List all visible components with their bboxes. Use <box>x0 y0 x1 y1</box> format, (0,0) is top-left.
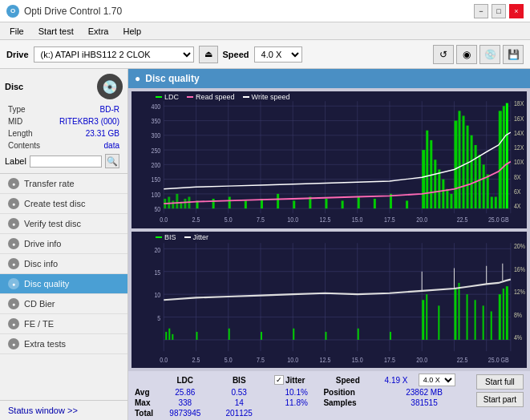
svg-rect-81 <box>471 135 473 208</box>
length-label: Length <box>6 128 47 139</box>
ldc-legend-label: LDC <box>164 93 179 101</box>
disc-info-table: Type BD-R MID RITEKBR3 (000) Length 23.3… <box>5 103 123 152</box>
svg-rect-80 <box>467 126 469 209</box>
bis-total: 201125 <box>213 408 265 418</box>
nav-label-extra-tests: Extra tests <box>24 339 66 349</box>
svg-rect-57 <box>229 197 231 209</box>
svg-rect-50 <box>172 200 174 208</box>
svg-text:4X: 4X <box>514 203 521 211</box>
svg-text:18X: 18X <box>514 100 524 108</box>
svg-rect-144 <box>467 294 468 340</box>
nav-item-disc-quality[interactable]: ●Disc quality <box>0 274 127 294</box>
svg-rect-149 <box>503 289 504 340</box>
nav-item-drive-info[interactable]: ●Drive info <box>0 234 127 254</box>
menu-help[interactable]: Help <box>116 25 148 38</box>
disc-visual: 💿 <box>97 74 123 99</box>
nav-icon-verify-test-disc: ● <box>8 218 19 229</box>
speed-select[interactable]: 4.0 X <box>254 46 302 63</box>
nav-item-disc-info[interactable]: ●Disc info <box>0 254 127 274</box>
bis-chart-svg: 20 15 10 5 20% 16% 12% 8% 4% 0.0 2.5 5.0… <box>131 232 527 369</box>
position-label: Position <box>320 387 375 398</box>
svg-rect-78 <box>458 111 460 208</box>
write-speed-legend-label: Write speed <box>252 93 290 101</box>
svg-rect-61 <box>293 200 295 208</box>
action-buttons: Start full Start part <box>473 373 527 418</box>
menu-start-test[interactable]: Start test <box>32 25 80 38</box>
speed-label: Speed <box>223 50 249 59</box>
menubar: File Start test Extra Help <box>0 22 530 40</box>
status-window-button[interactable]: Status window >> <box>0 400 127 420</box>
svg-text:2.5: 2.5 <box>192 355 200 365</box>
disc-header: Disc 💿 <box>5 74 123 99</box>
start-part-button[interactable]: Start part <box>476 392 524 407</box>
maximize-button[interactable]: □ <box>492 4 506 18</box>
svg-rect-74 <box>442 180 444 209</box>
svg-rect-131 <box>172 333 173 339</box>
jitter-avg: 10.1% <box>273 387 320 398</box>
speed-select-stats[interactable]: 4.0 X <box>419 374 455 386</box>
speed-header: Speed <box>320 373 375 387</box>
mid-label: MID <box>6 116 47 127</box>
bis-legend-label: BIS <box>164 233 176 241</box>
menu-file[interactable]: File <box>3 25 30 38</box>
jitter-checkbox[interactable]: ✓ <box>274 375 284 385</box>
svg-text:4%: 4% <box>514 332 522 341</box>
eject-button[interactable]: ⏏ <box>199 46 218 63</box>
svg-text:22.5: 22.5 <box>457 216 468 224</box>
nav-icon-extra-tests: ● <box>8 338 19 349</box>
jitter-legend-label: Jitter <box>193 233 209 241</box>
minimize-button[interactable]: − <box>474 4 488 18</box>
disc-label-row: Label 🔍 <box>5 154 123 168</box>
disc-icon[interactable]: 💿 <box>479 45 500 64</box>
svg-text:12%: 12% <box>514 286 525 296</box>
svg-rect-89 <box>503 106 505 208</box>
svg-text:5: 5 <box>157 313 160 322</box>
svg-text:14X: 14X <box>514 129 524 137</box>
disc-label-input[interactable] <box>30 155 102 168</box>
nav-icon-fe-te: ● <box>8 318 19 329</box>
svg-rect-64 <box>342 200 344 208</box>
nav-item-verify-test-disc[interactable]: ●Verify test disc <box>0 214 127 234</box>
svg-text:200: 200 <box>151 161 160 169</box>
svg-text:5.0: 5.0 <box>225 355 233 365</box>
drive-select[interactable]: (k:) ATAPI iHBS112 2 CLOK <box>34 46 194 63</box>
svg-rect-142 <box>454 289 456 340</box>
svg-text:12X: 12X <box>514 143 524 151</box>
svg-text:250: 250 <box>151 147 160 155</box>
write-speed-legend-dot <box>243 96 249 98</box>
read-speed-legend-dot <box>187 96 193 98</box>
samples-label: Samples <box>320 398 375 408</box>
nav-items: ●Transfer rate●Create test disc●Verify t… <box>0 174 127 354</box>
nav-item-extra-tests[interactable]: ●Extra tests <box>0 334 127 354</box>
mid-value: RITEKBR3 (000) <box>48 116 121 127</box>
start-full-button[interactable]: Start full <box>476 374 524 390</box>
ldc-legend-item: LDC <box>156 93 179 101</box>
nav-label-transfer-rate: Transfer rate <box>24 179 75 188</box>
svg-text:16%: 16% <box>514 264 525 273</box>
ldc-chart-svg: 400 350 300 250 200 150 100 50 18X 16X 1… <box>131 91 527 228</box>
svg-rect-69 <box>422 150 425 208</box>
nav-item-create-test-disc[interactable]: ●Create test disc <box>0 194 127 214</box>
disc-label-browse-button[interactable]: 🔍 <box>105 154 119 168</box>
svg-rect-147 <box>491 311 492 340</box>
svg-text:0.0: 0.0 <box>160 216 168 224</box>
svg-text:8X: 8X <box>514 173 521 181</box>
refresh-icon[interactable]: ↺ <box>433 45 454 64</box>
avg-label: Avg <box>131 387 156 398</box>
menu-extra[interactable]: Extra <box>82 25 115 38</box>
close-button[interactable]: × <box>509 4 524 18</box>
svg-rect-136 <box>325 332 326 340</box>
nav-item-cd-bier[interactable]: ●CD Bier <box>0 294 127 314</box>
burn-icon[interactable]: ◉ <box>456 45 477 64</box>
svg-rect-148 <box>499 294 501 340</box>
nav-item-transfer-rate[interactable]: ●Transfer rate <box>0 174 127 194</box>
chart2-legend: BIS Jitter <box>156 233 208 241</box>
nav-icon-disc-quality: ● <box>8 278 19 289</box>
nav-item-fe-te[interactable]: ●FE / TE <box>0 314 127 334</box>
bis-max: 14 <box>213 398 265 408</box>
save-icon[interactable]: 💾 <box>503 45 524 64</box>
svg-rect-56 <box>212 199 215 208</box>
position-value: 23862 MB <box>375 387 473 398</box>
svg-rect-129 <box>165 332 167 340</box>
read-speed-legend-item: Read speed <box>187 93 235 101</box>
